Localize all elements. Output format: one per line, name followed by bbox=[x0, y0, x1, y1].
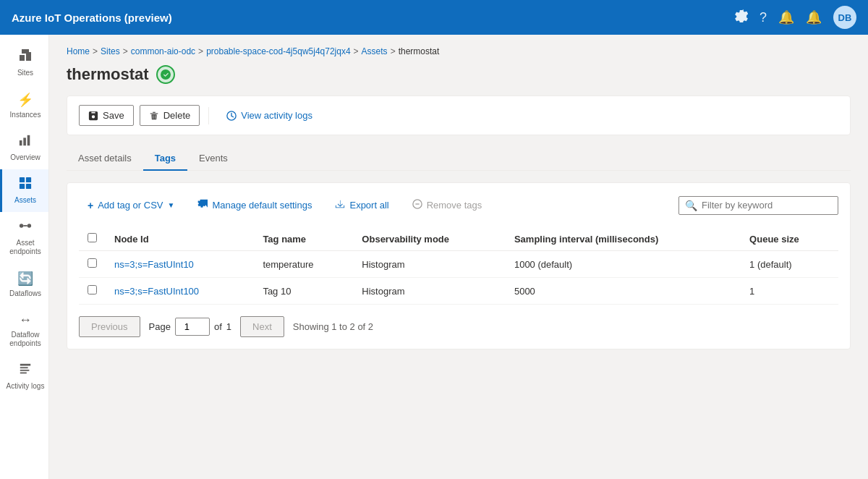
tab-asset-details[interactable]: Asset details bbox=[67, 147, 143, 171]
of-label: of bbox=[214, 321, 222, 332]
svg-rect-8 bbox=[20, 184, 25, 189]
header-sampling-interval: Sampling interval (milliseconds) bbox=[506, 227, 741, 251]
view-activity-logs-button[interactable]: View activity logs bbox=[218, 106, 321, 125]
breadcrumb-common-aio-odc[interactable]: common-aio-odc bbox=[131, 46, 195, 56]
chevron-down-icon: ▼ bbox=[168, 201, 175, 209]
sidebar-item-sites[interactable]: Sites bbox=[0, 41, 48, 85]
dataflows-icon: 🔄 bbox=[17, 271, 33, 287]
previous-button[interactable]: Previous bbox=[79, 316, 140, 337]
asset-endpoints-icon bbox=[19, 219, 32, 236]
breadcrumb-sep-5: > bbox=[391, 46, 396, 56]
search-input[interactable] bbox=[702, 200, 832, 211]
row1-checkbox[interactable] bbox=[88, 258, 97, 268]
row1-node-id-link[interactable]: ns=3;s=FastUInt10 bbox=[114, 259, 194, 270]
row1-observability-mode: Histogram bbox=[353, 251, 506, 278]
manage-settings-label: Manage default settings bbox=[212, 200, 312, 211]
sidebar-item-overview[interactable]: Overview bbox=[0, 127, 48, 169]
sidebar-item-dataflows-label: Dataflows bbox=[9, 289, 41, 298]
sidebar-item-dataflows[interactable]: 🔄 Dataflows bbox=[0, 263, 48, 305]
svg-point-10 bbox=[20, 224, 23, 227]
row1-queue-size: 1 (default) bbox=[741, 251, 838, 278]
page-title-row: thermostat bbox=[67, 65, 851, 84]
notification-bell-icon[interactable]: 🔔 bbox=[778, 9, 794, 25]
svg-rect-4 bbox=[23, 137, 26, 145]
toolbar-divider bbox=[208, 107, 209, 124]
breadcrumb-sep-2: > bbox=[123, 46, 128, 56]
save-button[interactable]: Save bbox=[79, 105, 134, 126]
svg-rect-9 bbox=[26, 184, 31, 189]
page-number-input[interactable] bbox=[175, 318, 210, 336]
svg-rect-16 bbox=[20, 373, 27, 374]
header-tag-name: Tag name bbox=[254, 227, 353, 251]
page-title: thermostat bbox=[67, 65, 149, 84]
sidebar-item-instances[interactable]: ⚡ Instances bbox=[0, 85, 48, 127]
svg-rect-7 bbox=[26, 177, 31, 182]
sidebar-item-overview-label: Overview bbox=[10, 153, 41, 162]
sidebar-item-activity-logs-label: Activity logs bbox=[7, 382, 45, 391]
sidebar-item-dataflow-endpoints-label: Dataflow endpoints bbox=[5, 331, 46, 348]
alert-icon[interactable]: 🔔 bbox=[806, 9, 822, 25]
page-label: Page bbox=[149, 321, 171, 332]
row2-checkbox[interactable] bbox=[88, 285, 97, 294]
row2-checkbox-cell bbox=[79, 278, 106, 305]
status-badge bbox=[156, 65, 175, 84]
topbar-icons: ? 🔔 🔔 DB bbox=[735, 6, 856, 29]
export-icon bbox=[335, 199, 345, 211]
data-table: Node Id Tag name Observability mode Samp… bbox=[79, 227, 838, 305]
svg-rect-3 bbox=[20, 140, 22, 145]
row2-node-id-link[interactable]: ns=3;s=FastUInt100 bbox=[114, 286, 199, 297]
data-panel: + Add tag or CSV ▼ Manage default settin… bbox=[67, 182, 851, 349]
delete-button[interactable]: Delete bbox=[140, 105, 200, 126]
table-row: ns=3;s=FastUInt10 temperature Histogram … bbox=[79, 251, 838, 278]
main-layout: Sites ⚡ Instances Overview Assets Asset … bbox=[0, 35, 868, 479]
breadcrumb-space[interactable]: probable-space-cod-4j5qw5j4q72jqx4 bbox=[206, 46, 350, 56]
sidebar-item-activity-logs[interactable]: Activity logs bbox=[0, 355, 48, 398]
breadcrumb-current: thermostat bbox=[399, 46, 440, 56]
row1-sampling-interval: 1000 (default) bbox=[506, 251, 741, 278]
help-icon[interactable]: ? bbox=[760, 10, 767, 25]
header-queue-size: Queue size bbox=[741, 227, 838, 251]
assets-icon bbox=[19, 177, 32, 193]
sidebar-item-sites-label: Sites bbox=[17, 69, 33, 77]
breadcrumb-home[interactable]: Home bbox=[67, 46, 90, 56]
sidebar-item-asset-endpoints-label: Asset endpoints bbox=[5, 239, 46, 256]
sidebar: Sites ⚡ Instances Overview Assets Asset … bbox=[0, 35, 49, 479]
row1-checkbox-cell bbox=[79, 251, 106, 278]
avatar[interactable]: DB bbox=[833, 6, 856, 29]
next-button[interactable]: Next bbox=[240, 316, 284, 337]
row2-node-id: ns=3;s=FastUInt100 bbox=[106, 278, 254, 305]
add-tag-csv-button[interactable]: + Add tag or CSV ▼ bbox=[79, 195, 183, 216]
search-box: 🔍 bbox=[678, 196, 838, 215]
instances-icon: ⚡ bbox=[17, 92, 33, 108]
header-observability-mode: Observability mode bbox=[353, 227, 506, 251]
tabs: Asset details Tags Events bbox=[67, 147, 851, 171]
panel-toolbar: + Add tag or CSV ▼ Manage default settin… bbox=[79, 195, 838, 216]
table-row: ns=3;s=FastUInt100 Tag 10 Histogram 5000… bbox=[79, 278, 838, 305]
sidebar-item-asset-endpoints[interactable]: Asset endpoints bbox=[0, 212, 48, 263]
sidebar-item-assets[interactable]: Assets bbox=[0, 169, 48, 212]
svg-rect-14 bbox=[20, 367, 28, 368]
manage-default-settings-button[interactable]: Manage default settings bbox=[189, 195, 320, 216]
svg-rect-13 bbox=[20, 364, 30, 366]
remove-tags-label: Remove tags bbox=[427, 200, 482, 211]
breadcrumb-sep-1: > bbox=[93, 46, 98, 56]
settings-icon[interactable] bbox=[735, 9, 748, 26]
export-label: Export all bbox=[349, 200, 388, 211]
showing-text: Showing 1 to 2 of 2 bbox=[293, 321, 373, 332]
svg-rect-15 bbox=[20, 370, 30, 371]
row2-tag-name: Tag 10 bbox=[254, 278, 353, 305]
remove-tags-button[interactable]: Remove tags bbox=[404, 195, 491, 216]
tab-tags[interactable]: Tags bbox=[143, 147, 187, 171]
table-header: Node Id Tag name Observability mode Samp… bbox=[79, 227, 838, 251]
select-all-checkbox[interactable] bbox=[88, 233, 97, 242]
row1-node-id: ns=3;s=FastUInt10 bbox=[106, 251, 254, 278]
breadcrumb-sites[interactable]: Sites bbox=[101, 46, 120, 56]
export-all-button[interactable]: Export all bbox=[326, 195, 397, 216]
content-area: Home > Sites > common-aio-odc > probable… bbox=[49, 35, 868, 479]
sidebar-item-dataflow-endpoints[interactable]: ↔ Dataflow endpoints bbox=[0, 305, 48, 355]
row2-observability-mode: Histogram bbox=[353, 278, 506, 305]
breadcrumb-assets[interactable]: Assets bbox=[362, 46, 388, 56]
header-node-id: Node Id bbox=[106, 227, 254, 251]
tab-events[interactable]: Events bbox=[187, 147, 239, 171]
sidebar-item-assets-label: Assets bbox=[14, 196, 36, 205]
